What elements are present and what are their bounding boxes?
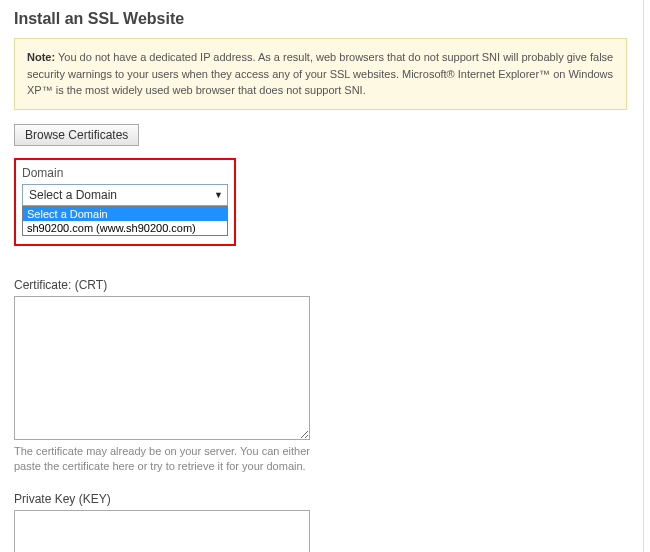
certificate-help-text: The certificate may already be on your s… xyxy=(14,444,310,475)
domain-option[interactable]: Select a Domain xyxy=(23,207,227,221)
domain-dropdown-list: Select a Domain sh90200.com (www.sh90200… xyxy=(22,206,228,236)
domain-selected-text: Select a Domain xyxy=(29,188,117,202)
chevron-down-icon: ▼ xyxy=(214,190,223,200)
private-key-section: Private Key (KEY) xyxy=(14,492,627,552)
sni-note: Note: You do not have a dedicated IP add… xyxy=(14,38,627,110)
private-key-label: Private Key (KEY) xyxy=(14,492,627,506)
certificate-label: Certificate: (CRT) xyxy=(14,278,627,292)
domain-label: Domain xyxy=(22,166,228,180)
domain-select[interactable]: Select a Domain ▼ xyxy=(22,184,228,206)
domain-section: Domain Select a Domain ▼ Select a Domain… xyxy=(14,158,236,246)
domain-option[interactable]: sh90200.com (www.sh90200.com) xyxy=(23,221,227,235)
browse-certificates-button[interactable]: Browse Certificates xyxy=(14,124,139,146)
certificate-section: Certificate: (CRT) The certificate may a… xyxy=(14,278,627,475)
certificate-textarea[interactable] xyxy=(14,296,310,440)
note-prefix: Note: xyxy=(27,51,55,63)
note-text: You do not have a dedicated IP address. … xyxy=(27,51,613,96)
private-key-textarea[interactable] xyxy=(14,510,310,552)
page-title: Install an SSL Website xyxy=(14,10,627,28)
